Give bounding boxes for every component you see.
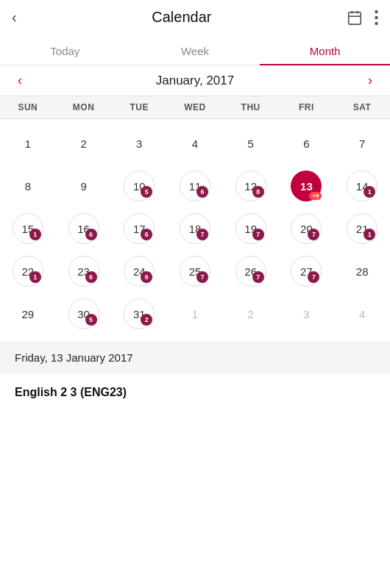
day-13-today[interactable]: 13 +9 <box>291 171 322 201</box>
cal-cell-18[interactable]: 18 7 <box>167 207 223 250</box>
cal-cell-17[interactable]: 17 6 <box>111 207 167 250</box>
cal-cell-2[interactable]: 2 <box>56 122 112 165</box>
cal-cell-feb3[interactable]: 3 <box>279 293 335 335</box>
day-feb-1[interactable]: 1 <box>180 298 210 329</box>
day-21[interactable]: 21 1 <box>347 213 377 244</box>
day-30[interactable]: 30 5 <box>68 298 99 329</box>
cal-cell-1[interactable]: 1 <box>0 122 56 165</box>
day-8[interactable]: 8 <box>13 171 43 201</box>
cal-cell-25[interactable]: 25 7 <box>167 250 223 293</box>
cal-cell-13[interactable]: 13 +9 <box>279 165 335 207</box>
day-29[interactable]: 29 <box>13 298 43 329</box>
cal-cell-26[interactable]: 26 7 <box>223 250 279 293</box>
day-22[interactable]: 22 1 <box>13 256 43 287</box>
cal-cell-4[interactable]: 4 <box>167 122 223 165</box>
cal-cell-27[interactable]: 27 7 <box>279 250 335 293</box>
day-3[interactable]: 3 <box>124 128 155 159</box>
cal-cell-3[interactable]: 3 <box>111 122 167 165</box>
day-28[interactable]: 28 <box>347 256 377 287</box>
cal-cell-20[interactable]: 20 7 <box>279 207 335 250</box>
event-badge-14: 1 <box>364 186 375 198</box>
day-6[interactable]: 6 <box>291 128 322 159</box>
cal-cell-12[interactable]: 12 8 <box>223 165 279 207</box>
tab-week[interactable]: Week <box>130 35 260 65</box>
event-badge-10: 5 <box>141 186 152 198</box>
day-header-wed: WED <box>167 96 223 118</box>
day-18[interactable]: 18 7 <box>180 213 210 244</box>
day-1[interactable]: 1 <box>13 128 43 159</box>
event-badge-31: 2 <box>141 314 152 326</box>
event-badge-25: 7 <box>196 271 208 283</box>
cal-cell-31[interactable]: 31 2 <box>111 293 167 335</box>
svg-point-5 <box>375 15 377 18</box>
day-17[interactable]: 17 6 <box>124 213 155 244</box>
day-header-sat: SAT <box>334 96 390 118</box>
more-options-icon[interactable] <box>375 10 378 26</box>
event-badge-17: 6 <box>141 229 152 240</box>
cal-cell-30[interactable]: 30 5 <box>56 293 112 335</box>
day-14[interactable]: 14 1 <box>347 171 377 201</box>
tab-month[interactable]: Month <box>260 35 390 65</box>
cal-cell-10[interactable]: 10 5 <box>111 165 167 207</box>
day-31[interactable]: 31 2 <box>124 298 155 329</box>
header: ‹ Calendar <box>0 0 390 35</box>
event-badge-20: 7 <box>308 229 319 240</box>
cal-cell-feb1[interactable]: 1 <box>167 293 223 335</box>
day-feb-3[interactable]: 3 <box>291 298 322 329</box>
tab-today[interactable]: Today <box>0 35 130 65</box>
day-4[interactable]: 4 <box>180 128 210 159</box>
day-2[interactable]: 2 <box>68 128 99 159</box>
calendar-grid: 1 2 3 4 5 6 7 8 9 <box>0 119 390 338</box>
cal-cell-19[interactable]: 19 7 <box>223 207 279 250</box>
cal-cell-feb2[interactable]: 2 <box>223 293 279 335</box>
calendar-icon[interactable] <box>347 10 363 26</box>
day-feb-2[interactable]: 2 <box>235 298 266 329</box>
cal-cell-14[interactable]: 14 1 <box>334 165 390 207</box>
cal-cell-9[interactable]: 9 <box>56 165 112 207</box>
cal-cell-21[interactable]: 21 1 <box>334 207 390 250</box>
back-button[interactable]: ‹ <box>12 9 17 26</box>
cal-cell-24[interactable]: 24 6 <box>111 250 167 293</box>
day-10[interactable]: 10 5 <box>124 171 155 201</box>
day-headers: SUN MON TUE WED THU FRI SAT <box>0 96 390 119</box>
event-badge-24: 6 <box>141 271 152 283</box>
day-header-tue: TUE <box>111 96 167 118</box>
cal-cell-16[interactable]: 16 6 <box>56 207 112 250</box>
day-16[interactable]: 16 6 <box>68 213 99 244</box>
event-badge-23: 6 <box>85 271 97 283</box>
month-year-title: January, 2017 <box>28 74 362 88</box>
footer-info: English 2 3 (ENG23) <box>0 374 390 411</box>
event-badge-27: 7 <box>308 271 319 283</box>
day-27[interactable]: 27 7 <box>291 256 322 287</box>
day-25[interactable]: 25 7 <box>180 256 210 287</box>
cal-cell-28[interactable]: 28 <box>334 250 390 293</box>
day-7[interactable]: 7 <box>347 128 377 159</box>
day-9[interactable]: 9 <box>68 171 99 201</box>
day-23[interactable]: 23 6 <box>68 256 99 287</box>
day-26[interactable]: 26 7 <box>235 256 266 287</box>
event-badge-19: 7 <box>252 229 264 240</box>
day-19[interactable]: 19 7 <box>235 213 266 244</box>
next-month-button[interactable]: › <box>362 73 378 88</box>
day-5[interactable]: 5 <box>235 128 266 159</box>
day-12[interactable]: 12 8 <box>235 171 266 201</box>
cal-cell-23[interactable]: 23 6 <box>56 250 112 293</box>
cal-cell-5[interactable]: 5 <box>223 122 279 165</box>
day-11[interactable]: 11 6 <box>180 171 210 201</box>
prev-month-button[interactable]: ‹ <box>12 73 28 88</box>
cal-cell-8[interactable]: 8 <box>0 165 56 207</box>
cal-cell-15[interactable]: 15 1 <box>0 207 56 250</box>
event-badge-21: 1 <box>364 229 375 240</box>
day-24[interactable]: 24 6 <box>124 256 155 287</box>
tabs-bar: Today Week Month <box>0 35 390 65</box>
cal-cell-29[interactable]: 29 <box>0 293 56 335</box>
day-15[interactable]: 15 1 <box>13 213 43 244</box>
day-20[interactable]: 20 7 <box>291 213 322 244</box>
day-feb-4[interactable]: 4 <box>347 298 377 329</box>
cal-cell-6[interactable]: 6 <box>279 122 335 165</box>
cal-cell-22[interactable]: 22 1 <box>0 250 56 293</box>
cal-cell-feb4[interactable]: 4 <box>334 293 390 335</box>
cal-cell-7[interactable]: 7 <box>334 122 390 165</box>
page-title: Calendar <box>152 9 211 26</box>
cal-cell-11[interactable]: 11 6 <box>167 165 223 207</box>
